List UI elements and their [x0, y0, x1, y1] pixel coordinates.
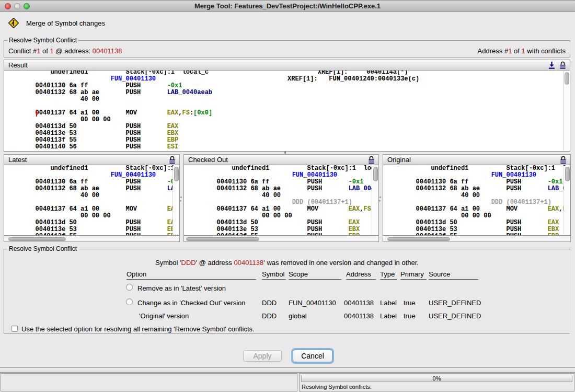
column-header-type: Type: [380, 270, 395, 278]
status-area-right: 0% Resolving Symbol conflicts.: [299, 373, 574, 391]
merge-sign-icon: [8, 18, 19, 28]
option-original-primary: true: [404, 312, 415, 320]
address-counter: Address #1 of 1 with conflicts: [478, 47, 566, 55]
option-change-symbol: DDD: [262, 299, 277, 307]
result-panel: Result undefined1 Stack[-0xc]:1 local_c: [4, 60, 570, 152]
original-listing[interactable]: undefined1 Stack[-0xc]:1 local_c XREF[1]…: [383, 165, 571, 236]
option-remove-latest-label: Remove as in 'Latest' version: [137, 284, 226, 292]
column-header-scope: Scope: [289, 270, 308, 278]
radio-remove-latest[interactable]: [126, 284, 133, 291]
titlebar: Merge Tool: Features_DevTestProject:/Win…: [0, 0, 575, 11]
original-panel-header: Original: [383, 154, 571, 165]
latest-horizontal-scrollbar[interactable]: [4, 236, 180, 242]
option-change-primary: true: [404, 299, 415, 307]
apply-to-all-checkbox[interactable]: [12, 326, 18, 332]
resolve-groupbox: Resolve Symbol Conflict Symbol 'DDD' @ a…: [4, 249, 570, 334]
checked-out-panel: Checked Out undefined1 Stack[-0xc]:1 loc…: [183, 154, 379, 242]
option-change-scope: FUN_00401130: [289, 299, 336, 307]
latest-panel-title: Latest: [8, 156, 27, 164]
apply-button[interactable]: Apply: [243, 350, 282, 362]
merge-header-label: Merge of Symbol changes: [26, 19, 105, 27]
latest-vertical-scrollbar[interactable]: [172, 166, 179, 235]
lock-icon[interactable]: [169, 156, 176, 164]
column-header-option: Option: [126, 270, 146, 278]
result-panel-title: Result: [8, 61, 28, 69]
checked-out-panel-header: Checked Out: [183, 154, 379, 165]
conflict-counter: Conflict #1 of 1 @ address: 00401138: [8, 47, 122, 55]
merge-header: Merge of Symbol changes: [8, 18, 105, 28]
conflict-groupbox-title: Resolve Symbol Conflict: [7, 37, 78, 44]
column-header-primary: Primary: [400, 270, 424, 278]
close-button[interactable]: [5, 3, 11, 9]
checked-out-panel-title: Checked Out: [188, 156, 228, 164]
column-header-source: Source: [429, 270, 450, 278]
column-header-symbol: Symbol: [262, 270, 284, 278]
conflict-groupbox: Resolve Symbol Conflict Conflict #1 of 1…: [4, 40, 570, 57]
apply-to-all-label: Use the selected option for resolving al…: [21, 325, 255, 333]
status-message: Resolving Symbol conflicts.: [302, 384, 372, 390]
latest-panel: Latest undefined1 Stack[-0xc]:1 local_c …: [4, 154, 180, 242]
result-listing[interactable]: undefined1 Stack[-0xc]:1 local_c XREF[1]…: [4, 71, 570, 152]
option-change-source: USER_DEFINED: [429, 299, 481, 307]
original-vertical-scrollbar[interactable]: [564, 166, 570, 235]
result-vertical-scrollbar[interactable]: [563, 71, 570, 151]
option-change-address: 00401138: [344, 299, 374, 307]
listing-cursor: [36, 110, 37, 117]
conflict-description: Symbol 'DDD' @ address 00401138' was rem…: [4, 259, 570, 267]
zoom-button[interactable]: [24, 3, 30, 9]
option-original-type: Label: [380, 312, 397, 320]
result-panel-header: Result: [4, 60, 570, 71]
status-area-left: [1, 373, 297, 391]
checked-out-listing[interactable]: undefined1 Stack[-0xc]:1 local_c XREF[1]…: [183, 165, 379, 236]
option-original-label: 'Original' version: [139, 312, 189, 320]
cancel-button[interactable]: Cancel: [293, 350, 332, 362]
bottom-divider: [0, 367, 575, 373]
column-header-address: Address: [346, 270, 371, 278]
option-original-symbol: DDD: [262, 312, 277, 320]
window-title: Merge Tool: Features_DevTestProject:/Win…: [0, 1, 575, 11]
lock-icon[interactable]: [560, 156, 567, 164]
original-panel: Original undefined1 Stack[-0xc]:1 local_…: [383, 154, 571, 242]
lock-icon[interactable]: [559, 61, 566, 70]
option-original-scope: global: [289, 312, 307, 320]
minimize-button[interactable]: [14, 3, 20, 9]
resolve-groupbox-title: Resolve Symbol Conflict: [7, 245, 78, 252]
lock-icon[interactable]: [368, 156, 375, 164]
latest-listing[interactable]: undefined1 Stack[-0xc]:1 local_c XREF[1]…: [4, 165, 180, 236]
original-panel-title: Original: [387, 156, 411, 164]
option-original-address: 00401138: [344, 312, 374, 320]
original-horizontal-scrollbar[interactable]: [383, 236, 571, 242]
splitter-latest-checked[interactable]: ◂▸: [180, 154, 183, 243]
checked-out-horizontal-scrollbar[interactable]: [183, 236, 379, 242]
latest-panel-header: Latest: [4, 154, 180, 165]
option-change-label: Change as in 'Checked Out' version: [137, 299, 246, 307]
progress-bar: 0%: [301, 375, 572, 382]
splitter-checked-original[interactable]: ◂▸: [379, 154, 383, 243]
goto-arrow-icon[interactable]: [548, 61, 556, 70]
checked-out-vertical-scrollbar[interactable]: [372, 166, 378, 235]
option-change-type: Label: [380, 299, 397, 307]
radio-change-checked-out[interactable]: [126, 298, 133, 305]
option-original-source: USER_DEFINED: [429, 312, 481, 320]
